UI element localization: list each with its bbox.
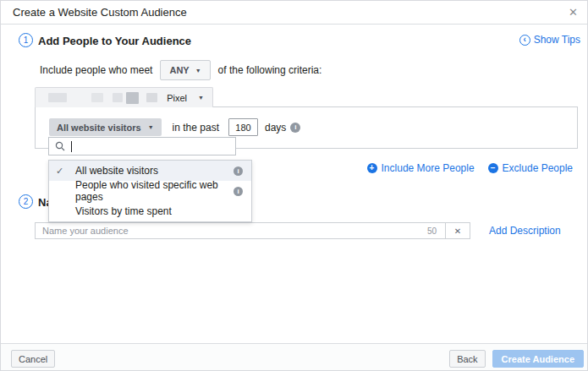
rule-row: All website visitors ▼ in the past days … <box>49 118 300 136</box>
check-icon: ✓ <box>56 166 69 177</box>
chevron-left-circle-icon: ‹ <box>519 35 530 46</box>
dialog-header: Create a Website Custom Audience ✕ <box>1 1 587 25</box>
search-icon <box>55 141 65 151</box>
back-button[interactable]: Back <box>449 350 485 368</box>
retention-days-input[interactable] <box>228 118 258 136</box>
clear-name-button[interactable]: ✕ <box>445 223 470 238</box>
step-2-number: 2 <box>24 197 29 206</box>
criteria-intro-row: Include people who meet ANY ▼ of the fol… <box>40 60 321 80</box>
include-prefix-text: Include people who meet <box>40 64 152 76</box>
option-label: Visitors by time spent <box>75 205 243 217</box>
dialog-footer: Cancel Back Create Audience <box>1 343 587 370</box>
audience-name-box: 50 ✕ <box>35 222 470 239</box>
caret-down-icon: ▼ <box>195 68 201 74</box>
minus-circle-icon: − <box>488 163 498 173</box>
redacted-text-block <box>48 93 67 102</box>
show-tips-link[interactable]: ‹ Show Tips <box>519 34 580 46</box>
info-icon[interactable]: i <box>234 166 243 176</box>
step-2-badge: 2 <box>19 194 33 209</box>
search-input[interactable] <box>74 138 229 155</box>
option-label: All website visitors <box>75 165 234 177</box>
audience-links-row: + Include More People − Exclude People <box>367 162 573 174</box>
step-1-heading: Add People to Your Audience <box>38 35 191 47</box>
visitor-type-dropdown-menu: ✓ All website visitors i People who visi… <box>48 160 252 222</box>
redacted-text-block <box>113 93 123 102</box>
redacted-text-block <box>146 93 157 102</box>
pixel-tab-label: Pixel <box>167 93 187 103</box>
dialog-title: Create a Website Custom Audience <box>13 1 187 25</box>
match-type-value: ANY <box>169 65 189 75</box>
days-label: days <box>265 122 286 134</box>
include-more-people-link[interactable]: + Include More People <box>367 162 475 174</box>
redacted-text-block <box>91 93 103 102</box>
cancel-button[interactable]: Cancel <box>11 350 55 368</box>
option-label: People who visited specific web pages <box>75 179 234 203</box>
exclude-people-link[interactable]: − Exclude People <box>488 162 573 174</box>
visitor-type-search-box[interactable] <box>48 137 236 155</box>
visitor-type-value: All website visitors <box>57 123 141 133</box>
audience-name-input[interactable] <box>36 223 427 238</box>
dropdown-option-specific-web-pages[interactable]: People who visited specific web pages i <box>49 181 251 201</box>
clear-icon: ✕ <box>454 226 461 236</box>
info-icon[interactable]: i <box>234 187 243 196</box>
caret-down-icon: ▼ <box>198 95 204 101</box>
match-type-dropdown[interactable]: ANY ▼ <box>160 60 210 80</box>
dropdown-option-all-website-visitors[interactable]: ✓ All website visitors i <box>49 161 251 181</box>
redacted-text-block <box>126 92 139 104</box>
exclude-people-label: Exclude People <box>503 162 573 174</box>
close-icon[interactable]: ✕ <box>569 1 578 25</box>
step-1-badge: 1 <box>19 33 33 47</box>
visitor-type-dropdown[interactable]: All website visitors ▼ <box>49 118 162 136</box>
plus-circle-icon: + <box>367 163 377 173</box>
show-tips-label: Show Tips <box>534 34 580 46</box>
include-more-people-label: Include More People <box>382 162 475 174</box>
text-cursor <box>71 141 72 152</box>
character-counter: 50 <box>427 226 445 236</box>
add-description-link[interactable]: Add Description <box>489 225 561 237</box>
step-1-number: 1 <box>24 35 29 45</box>
in-the-past-label: in the past <box>173 122 219 134</box>
caret-down-icon: ▼ <box>148 124 154 130</box>
dropdown-option-visitors-by-time-spent[interactable]: Visitors by time spent <box>49 201 251 221</box>
pixel-source-tab[interactable]: Pixel ▼ <box>35 87 213 107</box>
info-icon[interactable]: i <box>290 123 300 133</box>
include-suffix-text: of the following criteria: <box>218 64 322 76</box>
create-audience-button[interactable]: Create Audience <box>492 350 584 368</box>
footer-right-group: Back Create Audience <box>449 350 584 368</box>
